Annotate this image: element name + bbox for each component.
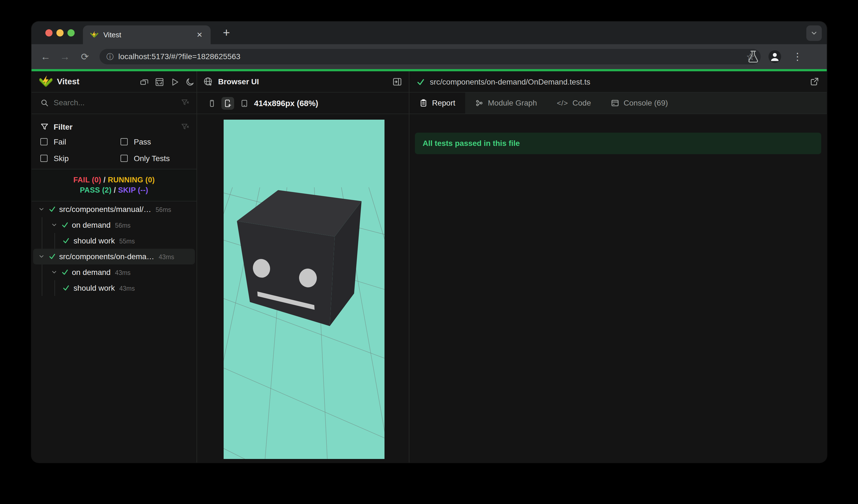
filter-label-fail: Fail: [54, 137, 66, 146]
filter-label-pass: Pass: [134, 137, 151, 146]
tablet-icon: [240, 99, 249, 108]
test-duration: 43ms: [119, 284, 134, 292]
tab-overflow-button[interactable]: [806, 26, 822, 41]
browser-ui-panel: Browser UI: [197, 71, 409, 462]
code-icon: </>: [557, 99, 568, 108]
search-icon: [41, 99, 49, 107]
chevron-down-icon[interactable]: [51, 222, 58, 228]
tree-row-file[interactable]: src/components/manual/… 56ms: [32, 201, 196, 217]
report-clipboard-icon: [419, 99, 428, 107]
chevron-down-icon[interactable]: [38, 253, 45, 260]
pass-check-icon: [49, 253, 56, 260]
filter-checkbox-pass[interactable]: [121, 138, 128, 145]
site-info-icon[interactable]: ⓘ: [105, 52, 115, 62]
browser-window: Vitest ✕ + ← → ⟳ ⓘ localhost:5173/#/?fil…: [32, 21, 827, 462]
new-tab-button[interactable]: +: [220, 27, 233, 39]
clear-search-filter-icon[interactable]: [181, 98, 190, 107]
test-duration: 43ms: [159, 252, 174, 261]
test-progress-bar: [32, 69, 827, 71]
tab-console[interactable]: Console (69): [601, 93, 678, 114]
filter-checkbox-only-tests[interactable]: [121, 155, 128, 162]
profile-avatar-icon[interactable]: [768, 50, 782, 64]
tree-row-suite[interactable]: on demand 43ms: [32, 264, 196, 280]
vitest-favicon-icon: [90, 31, 98, 39]
dashboard-icon[interactable]: [155, 77, 164, 87]
device-phone-small-button[interactable]: [205, 97, 218, 110]
run-all-icon[interactable]: [170, 77, 179, 87]
report-tab-bar: Report Module Graph </> Code: [409, 93, 827, 114]
reload-button[interactable]: ⟳: [79, 50, 91, 63]
chevron-down-icon: [810, 29, 818, 37]
test-tree: src/components/manual/… 56ms on demand 5…: [32, 201, 196, 296]
vitest-logo-icon: [39, 75, 52, 88]
test-file-path: src/components/on-demand/OnDemand.test.t…: [430, 78, 590, 86]
pass-check-icon: [61, 269, 68, 276]
test-preview-viewport[interactable]: [224, 120, 384, 459]
pass-check-icon: [62, 284, 70, 292]
window-zoom-button[interactable]: [67, 29, 75, 36]
open-external-icon[interactable]: [810, 77, 819, 86]
forward-button[interactable]: →: [59, 50, 71, 63]
device-phone-plus-button[interactable]: [221, 97, 234, 110]
search-input[interactable]: [54, 96, 159, 110]
filter-checkbox-skip[interactable]: [41, 155, 48, 162]
dark-mode-moon-icon[interactable]: [185, 77, 195, 87]
tab-strip: Vitest ✕ +: [32, 21, 827, 44]
filter-funnel-icon: [41, 123, 49, 131]
tab-report[interactable]: Report: [409, 93, 465, 114]
back-button[interactable]: ←: [39, 50, 52, 63]
browser-ui-header: Browser UI: [197, 71, 409, 93]
stat-running: RUNNING (0): [108, 176, 155, 184]
tree-row-test[interactable]: should work 55ms: [32, 233, 196, 249]
stats-line-1: FAIL (0)/RUNNING (0): [73, 176, 155, 184]
device-tablet-button[interactable]: [238, 97, 251, 110]
address-bar[interactable]: ⓘ localhost:5173/#/?file=1828625563 ☆: [99, 49, 761, 64]
all-tests-passed-banner: All tests passed in this file: [415, 133, 821, 154]
window-close-button[interactable]: [45, 29, 52, 36]
chevron-down-icon[interactable]: [38, 206, 45, 212]
stat-skip: SKIP (--): [118, 186, 148, 194]
report-panel: src/components/on-demand/OnDemand.test.t…: [409, 71, 827, 462]
test-suite-label: on demand: [72, 221, 111, 230]
clear-filters-icon[interactable]: [181, 123, 190, 131]
filter-checkbox-fail[interactable]: [41, 138, 48, 145]
file-pass-check-icon: [416, 78, 425, 86]
filter-label-skip: Skip: [54, 154, 68, 163]
window-minimize-button[interactable]: [57, 29, 64, 36]
experiments-flask-icon[interactable]: [746, 50, 760, 64]
tab-module-graph[interactable]: Module Graph: [465, 93, 547, 114]
console-icon: [611, 99, 619, 107]
stats-line-2: PASS (2)/SKIP (--): [80, 186, 148, 195]
tab-report-label: Report: [432, 99, 455, 108]
filter-label-only-tests: Only Tests: [134, 154, 170, 163]
test-duration: 43ms: [115, 268, 130, 277]
app-title: Vitest: [57, 77, 79, 86]
stat-pass: PASS (2): [80, 186, 111, 194]
test-file-label: src/components/on-dema…: [59, 252, 154, 261]
browser-ui-title: Browser UI: [218, 77, 259, 86]
phone-plus-icon: [223, 99, 232, 108]
pass-check-icon: [62, 237, 70, 244]
tab-module-graph-label: Module Graph: [488, 99, 537, 108]
module-graph-icon: [475, 99, 483, 107]
tab-code[interactable]: </> Code: [547, 93, 601, 114]
tree-row-file-selected[interactable]: src/components/on-dema… 43ms: [33, 249, 195, 264]
tree-row-suite[interactable]: on demand 56ms: [32, 217, 196, 233]
test-stats: FAIL (0)/RUNNING (0) PASS (2)/SKIP (--): [32, 169, 196, 201]
tab-close-icon[interactable]: ✕: [195, 30, 204, 39]
test-case-label: should work: [74, 237, 115, 245]
robot-cube-scene: [224, 120, 384, 459]
browser-menu-icon[interactable]: ⋮: [791, 50, 804, 64]
globe-icon: [203, 77, 213, 87]
url-text: localhost:5173/#/?file=1828625563: [118, 52, 240, 61]
tab-title: Vitest: [104, 31, 121, 39]
expand-panel-icon[interactable]: [392, 77, 402, 87]
browser-toolbar: ← → ⟳ ⓘ localhost:5173/#/?file=182862556…: [32, 44, 827, 69]
tree-row-test[interactable]: should work 43ms: [32, 280, 196, 296]
chevron-down-icon[interactable]: [51, 269, 58, 276]
filter-title: Filter: [54, 123, 73, 131]
banner-text: All tests passed in this file: [423, 139, 520, 148]
browser-tab[interactable]: Vitest ✕: [83, 26, 211, 44]
collapse-panels-icon[interactable]: [140, 77, 149, 87]
test-duration: 56ms: [156, 205, 171, 214]
